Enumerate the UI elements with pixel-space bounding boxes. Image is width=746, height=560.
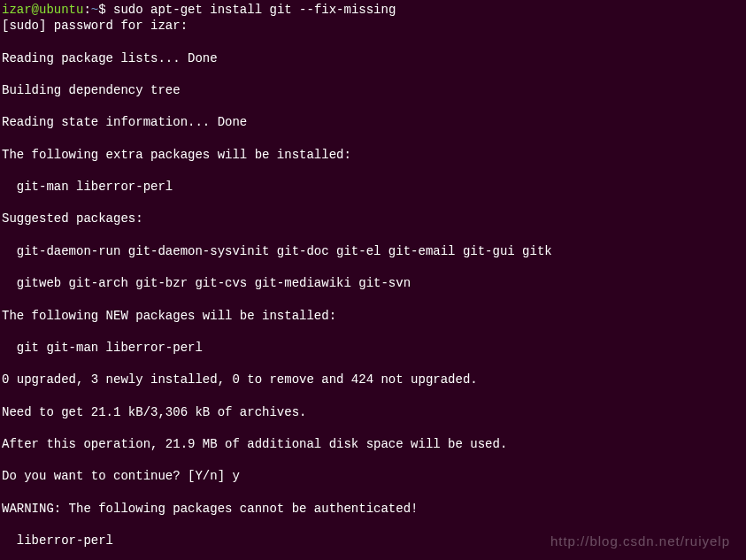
output-line: [sudo] password for izar: xyxy=(2,18,744,34)
output-line: Do you want to continue? [Y/n] y xyxy=(2,468,744,484)
command-text: sudo apt-get install git --fix-missing xyxy=(113,3,396,17)
output-line: git-daemon-run git-daemon-sysvinit git-d… xyxy=(2,243,744,259)
terminal-output[interactable]: izar@ubuntu:~$ sudo apt-get install git … xyxy=(2,2,744,560)
prompt-path: ~ xyxy=(91,3,98,17)
output-line: The following NEW packages will be insta… xyxy=(2,308,744,324)
output-line: 0 upgraded, 3 newly installed, 0 to remo… xyxy=(2,372,744,387)
output-line: Reading package lists... Done xyxy=(2,50,744,66)
output-line: After this operation, 21.9 MB of additio… xyxy=(2,436,744,452)
output-line: WARNING: The following packages cannot b… xyxy=(2,501,744,517)
output-line: Suggested packages: xyxy=(2,211,744,226)
prompt-separator: : xyxy=(83,3,90,17)
output-line: Building dependency tree xyxy=(2,82,744,98)
output-line: git-man liberror-perl xyxy=(2,179,744,195)
output-line: gitweb git-arch git-bzr git-cvs git-medi… xyxy=(2,275,744,291)
output-line: The following extra packages will be ins… xyxy=(2,147,744,163)
prompt-symbol: $ xyxy=(98,3,113,17)
output-line: Need to get 21.1 kB/3,306 kB of archives… xyxy=(2,404,744,420)
output-line: git git-man liberror-perl xyxy=(2,340,744,356)
watermark-text: http://blog.csdn.net/ruiyelp xyxy=(550,533,730,550)
prompt-user-host: izar@ubuntu xyxy=(2,3,83,17)
output-line: Reading state information... Done xyxy=(2,114,744,130)
